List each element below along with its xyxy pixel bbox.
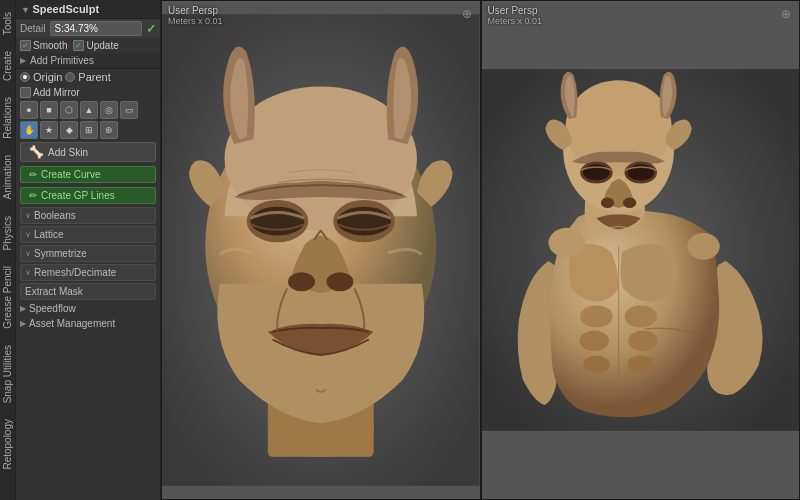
add-primitives-header[interactable]: ▶ Add Primitives <box>16 53 160 69</box>
symmetrize-button[interactable]: ∨ Symmetrize <box>20 245 156 262</box>
speedflow-section[interactable]: ▶ Speedflow <box>16 301 160 316</box>
svg-point-21 <box>624 305 656 327</box>
chevron-icon: ▶ <box>20 56 26 65</box>
model-left-svg <box>162 1 480 499</box>
sidebar-tabs: Tools Create Relations Animation Physics… <box>0 0 16 500</box>
create-gp-icon: ✏ <box>29 190 37 201</box>
ico-grid[interactable]: ⊞ <box>80 121 98 139</box>
smooth-checkbox[interactable]: ✓ Smooth <box>20 40 67 51</box>
lattice-chevron: ∨ <box>25 230 31 239</box>
sidebar-tab-snap[interactable]: Snap Utilities <box>0 337 15 411</box>
ico-cone[interactable]: ▲ <box>80 101 98 119</box>
ico-extra[interactable]: ⊛ <box>100 121 118 139</box>
svg-point-26 <box>548 228 585 258</box>
update-cb-box: ✓ <box>73 40 84 51</box>
add-skin-button[interactable]: 🦴 Add Skin <box>20 142 156 162</box>
detail-row: Detail S:34.73% ✓ <box>16 19 160 38</box>
parent-radio[interactable] <box>65 72 75 82</box>
update-checkbox[interactable]: ✓ Update <box>73 40 118 51</box>
ico-gem[interactable]: ◆ <box>60 121 78 139</box>
extract-mask-button[interactable]: Extract Mask <box>20 283 156 300</box>
icon-row-2: ✋ ★ ◆ ⊞ ⊛ <box>16 120 160 140</box>
symmetrize-chevron: ∨ <box>25 249 31 258</box>
speedflow-chevron: ▶ <box>20 304 26 313</box>
create-curve-button[interactable]: ✏ Create Curve <box>20 166 156 183</box>
viewport-left[interactable]: User Persp Meters x 0.01 ⊕ <box>161 0 481 500</box>
crosshair-left: ⊕ <box>462 7 472 21</box>
svg-point-24 <box>583 356 610 374</box>
svg-point-22 <box>579 330 609 351</box>
add-mirror-checkbox[interactable]: Add Mirror <box>20 87 80 98</box>
sidebar-tab-animation[interactable]: Animation <box>0 147 15 207</box>
create-curve-icon: ✏ <box>29 169 37 180</box>
add-mirror-cb <box>20 87 31 98</box>
sidebar-tab-physics[interactable]: Physics <box>0 208 15 258</box>
icon-row-1: ● ■ ⬡ ▲ ◎ ▭ <box>16 100 160 120</box>
ico-cube[interactable]: ■ <box>40 101 58 119</box>
main-panel: ▼ SpeedSculpt Detail S:34.73% ✓ ✓ Smooth… <box>16 0 161 500</box>
detail-check: ✓ <box>146 22 156 36</box>
ico-star[interactable]: ★ <box>40 121 58 139</box>
svg-point-25 <box>627 356 654 374</box>
asset-management-section[interactable]: ▶ Asset Management <box>16 316 160 331</box>
crosshair-right: ⊕ <box>781 7 791 21</box>
add-mirror-row: Add Mirror <box>16 85 160 100</box>
viewports-container: User Persp Meters x 0.01 ⊕ <box>161 0 800 500</box>
svg-point-23 <box>628 330 658 351</box>
svg-point-20 <box>580 305 612 327</box>
detail-value[interactable]: S:34.73% <box>50 21 142 36</box>
svg-point-27 <box>687 233 719 260</box>
sidebar-tab-grease-pencil[interactable]: Grease Pencil <box>0 258 15 337</box>
smooth-update-row: ✓ Smooth ✓ Update <box>16 38 160 53</box>
origin-parent-row: Origin Parent <box>16 69 160 85</box>
sidebar-tab-create[interactable]: Create <box>0 43 15 89</box>
ico-torus[interactable]: ◎ <box>100 101 118 119</box>
remesh-button[interactable]: ∨ Remesh/Decimate <box>20 264 156 281</box>
parent-label: Parent <box>78 71 110 83</box>
svg-point-9 <box>288 272 315 291</box>
ico-hand[interactable]: ✋ <box>20 121 38 139</box>
detail-label: Detail <box>20 23 46 34</box>
booleans-button[interactable]: ∨ Booleans <box>20 207 156 224</box>
asset-chevron: ▶ <box>20 319 26 328</box>
svg-point-10 <box>327 272 354 291</box>
remesh-chevron: ∨ <box>25 268 31 277</box>
viewport-row: User Persp Meters x 0.01 ⊕ <box>161 0 800 500</box>
add-skin-icon: 🦴 <box>29 145 44 159</box>
smooth-cb-box: ✓ <box>20 40 31 51</box>
svg-point-19 <box>623 198 636 208</box>
create-gp-lines-button[interactable]: ✏ Create GP Lines <box>20 187 156 204</box>
model-right-svg <box>482 1 800 499</box>
viewport-right[interactable]: User Persp Meters x 0.01 ⊕ <box>481 0 801 500</box>
sidebar-tab-retopology[interactable]: Retopology <box>0 411 15 478</box>
sidebar-tab-tools[interactable]: Tools <box>0 4 15 43</box>
origin-label: Origin <box>33 71 62 83</box>
ico-plane[interactable]: ▭ <box>120 101 138 119</box>
svg-point-18 <box>600 198 613 208</box>
lattice-button[interactable]: ∨ Lattice <box>20 226 156 243</box>
origin-radio[interactable] <box>20 72 30 82</box>
ico-cylinder[interactable]: ⬡ <box>60 101 78 119</box>
ico-sphere[interactable]: ● <box>20 101 38 119</box>
panel-title: ▼ SpeedSculpt <box>16 0 160 19</box>
booleans-chevron: ∨ <box>25 211 31 220</box>
sidebar-tab-relations[interactable]: Relations <box>0 89 15 147</box>
